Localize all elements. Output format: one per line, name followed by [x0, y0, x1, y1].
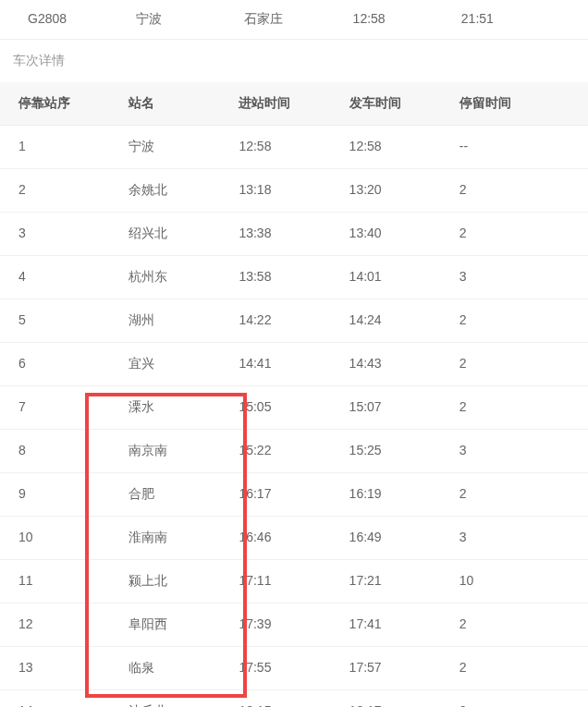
destination-station: 石家庄	[244, 11, 352, 28]
dwell-time-cell: 2	[459, 226, 570, 242]
dwell-time-cell: --	[459, 139, 570, 155]
dwell-time-cell: 3	[459, 530, 570, 546]
train-summary-row: G2808 宁波 石家庄 12:58 21:51	[0, 0, 588, 40]
table-row: 2余姚北13:1813:202	[0, 169, 588, 213]
arrival-time-cell: 12:58	[239, 139, 349, 155]
train-detail-container: G2808 宁波 石家庄 12:58 21:51 车次详情 停靠站序 站名 进站…	[0, 0, 588, 707]
stop-order-cell: 12	[18, 616, 129, 633]
stop-order-cell: 2	[18, 182, 129, 199]
station-name-cell: 湖州	[129, 312, 239, 329]
table-row: 6宜兴14:4114:432	[0, 343, 588, 386]
station-name-cell: 合肥	[129, 486, 239, 503]
header-dwell-time: 停留时间	[459, 95, 570, 112]
departure-time-cell: 13:20	[349, 182, 459, 199]
table-row: 3绍兴北13:3813:402	[0, 213, 588, 256]
table-row: 8南京南15:2215:253	[0, 430, 588, 473]
station-name-cell: 阜阳西	[129, 616, 239, 633]
departure-time-cell: 13:40	[349, 226, 459, 242]
arrival-time-cell: 17:11	[239, 573, 349, 590]
station-name-cell: 临泉	[129, 660, 239, 677]
stop-order-cell: 10	[18, 530, 129, 546]
departure-time-cell: 16:49	[349, 530, 459, 546]
departure-time-cell: 17:21	[349, 573, 459, 590]
stop-order-cell: 1	[18, 139, 129, 155]
dwell-time-cell: 3	[459, 443, 570, 459]
stop-order-cell: 14	[18, 703, 129, 707]
station-name-cell: 杭州东	[129, 269, 239, 286]
departure-time-cell: 17:57	[349, 660, 459, 677]
train-number: G2808	[18, 11, 136, 28]
arrival-time-cell: 16:46	[239, 530, 349, 546]
table-header-row: 停靠站序 站名 进站时间 发车时间 停留时间	[0, 82, 588, 126]
stop-order-cell: 9	[18, 486, 129, 503]
arrival-time-cell: 13:58	[239, 269, 349, 286]
arrival-time-cell: 17:39	[239, 616, 349, 633]
arrival-time-cell: 16:17	[239, 486, 349, 503]
arrival-time-cell: 15:22	[239, 443, 349, 459]
header-stop-order: 停靠站序	[18, 95, 129, 112]
stop-order-cell: 13	[18, 660, 129, 677]
origin-station: 宁波	[136, 11, 244, 28]
dwell-time-cell: 10	[459, 573, 570, 590]
dwell-time-cell: 2	[459, 616, 570, 633]
table-row: 11颍上北17:1117:2110	[0, 560, 588, 603]
arrival-time-cell: 14:22	[239, 312, 349, 329]
stop-order-cell: 11	[18, 573, 129, 590]
table-row: 7溧水15:0515:072	[0, 386, 588, 430]
stop-order-cell: 8	[18, 443, 129, 459]
station-name-cell: 余姚北	[129, 182, 239, 199]
arrival-time-cell: 14:41	[239, 356, 349, 372]
depart-time: 12:58	[353, 11, 461, 28]
stop-order-cell: 5	[18, 312, 129, 329]
header-arrival-time: 进站时间	[239, 95, 349, 112]
departure-time-cell: 15:07	[349, 399, 459, 416]
table-row: 10淮南南16:4616:493	[0, 517, 588, 560]
dwell-time-cell: 2	[459, 312, 570, 329]
station-name-cell: 南京南	[129, 443, 239, 459]
arrival-time-cell: 17:55	[239, 660, 349, 677]
table-row: 13临泉17:5517:572	[0, 647, 588, 690]
table-row: 14沈丘北18:1518:172	[0, 690, 588, 707]
dwell-time-cell: 2	[459, 703, 570, 707]
section-title: 车次详情	[0, 40, 588, 82]
stop-order-cell: 3	[18, 226, 129, 242]
departure-time-cell: 17:41	[349, 616, 459, 633]
station-name-cell: 颍上北	[129, 573, 239, 590]
dwell-time-cell: 3	[459, 269, 570, 286]
departure-time-cell: 16:19	[349, 486, 459, 503]
station-name-cell: 宁波	[129, 139, 239, 155]
station-name-cell: 淮南南	[129, 530, 239, 546]
dwell-time-cell: 2	[459, 660, 570, 677]
arrival-time-cell: 13:18	[239, 182, 349, 199]
arrival-time-cell: 18:15	[239, 703, 349, 707]
table-row: 5湖州14:2214:242	[0, 299, 588, 343]
arrival-time-cell: 13:38	[239, 226, 349, 242]
stops-table-body: 1宁波12:5812:58--2余姚北13:1813:2023绍兴北13:381…	[0, 126, 588, 707]
table-row: 12阜阳西17:3917:412	[0, 603, 588, 647]
table-row: 4杭州东13:5814:013	[0, 256, 588, 299]
station-name-cell: 绍兴北	[129, 226, 239, 242]
stop-order-cell: 6	[18, 356, 129, 372]
stop-order-cell: 7	[18, 399, 129, 416]
departure-time-cell: 14:43	[349, 356, 459, 372]
dwell-time-cell: 2	[459, 182, 570, 199]
station-name-cell: 宜兴	[129, 356, 239, 372]
header-station-name: 站名	[129, 95, 239, 112]
table-row: 9合肥16:1716:192	[0, 473, 588, 517]
station-name-cell: 溧水	[129, 399, 239, 416]
departure-time-cell: 15:25	[349, 443, 459, 459]
departure-time-cell: 12:58	[349, 139, 459, 155]
header-departure-time: 发车时间	[349, 95, 459, 112]
dwell-time-cell: 2	[459, 486, 570, 503]
dwell-time-cell: 2	[459, 356, 570, 372]
departure-time-cell: 14:01	[349, 269, 459, 286]
dwell-time-cell: 2	[459, 399, 570, 416]
table-row: 1宁波12:5812:58--	[0, 126, 588, 169]
departure-time-cell: 18:17	[349, 703, 459, 707]
arrive-time: 21:51	[461, 11, 570, 28]
departure-time-cell: 14:24	[349, 312, 459, 329]
stop-order-cell: 4	[18, 269, 129, 286]
station-name-cell: 沈丘北	[129, 703, 239, 707]
arrival-time-cell: 15:05	[239, 399, 349, 416]
